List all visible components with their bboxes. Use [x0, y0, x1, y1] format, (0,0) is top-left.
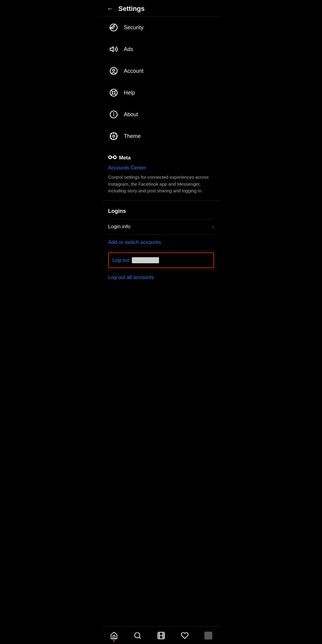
logout-row[interactable]: Log out	[108, 252, 214, 268]
page-title: Settings	[119, 5, 145, 13]
logins-heading: Logins	[108, 208, 214, 214]
meta-infinity-icon	[108, 154, 117, 161]
sidebar-item-security-label: Security	[124, 24, 144, 31]
logout-username-blur	[132, 257, 159, 263]
sidebar-item-about-label: About	[124, 111, 138, 118]
logins-section: Logins Login info › Add or switch accoun…	[102, 202, 220, 285]
svg-line-7	[115, 94, 116, 95]
sidebar-item-help[interactable]: Help	[102, 82, 220, 104]
sidebar-item-theme[interactable]: Theme	[102, 125, 220, 147]
meta-logo: Meta	[108, 154, 214, 161]
meta-description: Control settings for connected experienc…	[108, 174, 214, 194]
chevron-right-icon: ›	[212, 224, 214, 230]
login-info-row[interactable]: Login info ›	[108, 219, 214, 235]
theme-icon	[108, 131, 119, 142]
sidebar-item-account-label: Account	[124, 68, 144, 74]
settings-list: Security Ads Account	[102, 17, 220, 147]
add-switch-accounts-link[interactable]: Add or switch accounts	[108, 235, 214, 251]
svg-line-9	[111, 94, 112, 95]
logout-all-accounts-link[interactable]: Log out all accounts	[108, 270, 214, 285]
logins-inner: Login info › Add or switch accounts Log …	[108, 219, 214, 285]
meta-section: Meta Accounts Center Control settings fo…	[102, 147, 220, 199]
meta-label: Meta	[119, 155, 131, 161]
sidebar-item-security[interactable]: Security	[102, 17, 220, 38]
svg-line-6	[111, 90, 112, 91]
account-icon	[108, 66, 119, 76]
svg-point-5	[112, 91, 115, 94]
settings-header: ← Settings	[102, 0, 220, 17]
svg-point-14	[112, 135, 115, 137]
ads-icon	[108, 44, 119, 55]
login-info-label: Login info	[108, 224, 131, 230]
help-icon	[108, 87, 119, 98]
svg-point-24	[114, 156, 116, 158]
svg-point-23	[109, 156, 111, 158]
sidebar-item-about[interactable]: About	[102, 104, 220, 125]
security-icon	[108, 22, 119, 33]
sidebar-item-ads-label: Ads	[124, 46, 133, 53]
svg-point-3	[112, 69, 115, 71]
back-button[interactable]: ←	[107, 5, 114, 12]
sidebar-item-ads[interactable]: Ads	[102, 38, 220, 60]
about-icon	[108, 109, 119, 120]
sidebar-item-theme-label: Theme	[124, 133, 141, 139]
logout-label: Log out	[112, 257, 130, 263]
accounts-center-link[interactable]: Accounts Center	[108, 165, 214, 171]
sidebar-item-help-label: Help	[124, 90, 135, 96]
svg-line-8	[115, 90, 116, 91]
divider-1	[102, 200, 220, 201]
sidebar-item-account[interactable]: Account	[102, 60, 220, 82]
svg-marker-1	[110, 47, 113, 52]
